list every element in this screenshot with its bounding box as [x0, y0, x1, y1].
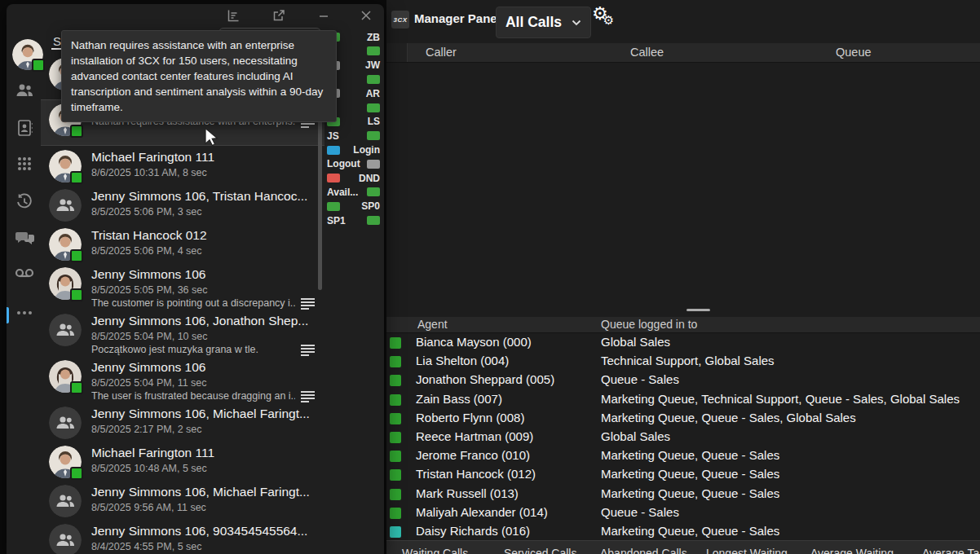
status-label: JS [327, 130, 339, 142]
call-avatar [49, 360, 82, 393]
call-datetime-duration: 8/5/2025 2:17 PM, 2 sec [91, 423, 324, 436]
call-list-item[interactable]: Michael Farington 1118/5/2025 10:48 AM, … [41, 442, 324, 481]
calls-header-stub [386, 43, 408, 62]
agent-row[interactable]: Bianca Mayson (000)Global Sales [386, 334, 980, 353]
agent-queues: Global Sales [601, 429, 670, 443]
agent-queues: Marketing Queue, Queue - Sales [601, 524, 779, 538]
status-square [367, 75, 380, 84]
status-label: DND [359, 173, 380, 184]
agent-queues: Marketing Queue, Technical Support, Queu… [601, 392, 960, 406]
agent-name: Jonathon Sheppard (005) [416, 372, 554, 386]
status-strip-row[interactable]: SP1 [323, 213, 384, 227]
status-strip-row[interactable]: Login [323, 143, 384, 156]
call-name: Michael Farington 111 [91, 444, 324, 462]
agent-row[interactable]: Lia Shelton (004)Technical Support, Glob… [386, 353, 980, 372]
sidebar-item-team[interactable] [7, 82, 42, 99]
agent-row[interactable]: Jerome Franco (010)Marketing Queue, Queu… [386, 447, 980, 466]
close-icon[interactable] [359, 8, 373, 23]
status-label: Avail... [327, 187, 358, 198]
status-square [367, 103, 380, 112]
call-datetime-duration: 8/5/2025 9:56 AM, 11 sec [91, 501, 324, 514]
call-list-item[interactable]: Jenny Simmons 106, Jonathon Shep...8/5/2… [41, 310, 324, 356]
call-name: Jenny Simmons 106 [91, 358, 324, 376]
sidebar-item-more[interactable] [7, 310, 42, 315]
agent-status-square [390, 432, 401, 443]
presence-indicator [70, 381, 83, 394]
agent-status-square [390, 508, 401, 519]
voicemail-icon [15, 267, 34, 279]
column-header[interactable]: Agent [417, 318, 448, 331]
presence-indicator [70, 171, 83, 184]
popout-icon[interactable] [271, 8, 286, 23]
agent-row[interactable]: Reece Hartman (009)Global Sales [386, 429, 980, 447]
sidebar-item-dialpad[interactable] [7, 156, 42, 172]
active-item-indicator [7, 307, 9, 323]
stats-icon[interactable] [226, 8, 241, 23]
call-list-item[interactable]: Jenny Simmons 106, 903454545564...8/4/20… [41, 520, 324, 554]
status-strip-row[interactable]: Logout [323, 157, 384, 171]
profile-avatar[interactable] [12, 39, 43, 70]
splitter-drag-handle[interactable] [686, 309, 710, 311]
agent-status-square [390, 375, 401, 386]
sidebar-item-voicemail[interactable] [7, 267, 42, 279]
call-name: Jenny Simmons 106, Jonathon Shep... [91, 312, 324, 330]
call-list-item[interactable]: Jenny Simmons 106, Tristan Hancoc...8/5/… [41, 185, 324, 224]
queue-stats-bar: Waiting CallsServiced CallsAbandoned Cal… [386, 540, 980, 554]
3cx-logo: 3CX [391, 11, 409, 29]
stats-column-header: Average Waiting [810, 547, 894, 554]
call-list-item[interactable]: Tristan Hancock 0128/5/2025 5:06 PM, 4 s… [41, 224, 324, 263]
summary-tooltip: Nathan requires assistance with an enter… [61, 30, 337, 122]
call-name: Jenny Simmons 106, Tristan Hancoc... [91, 187, 324, 205]
sidebar-item-contacts[interactable] [7, 119, 42, 137]
manager-panel-window: 3CX Manager Panel All Calls ⚙⚙ CallerCal… [386, 0, 980, 554]
sidebar-item-chat[interactable] [7, 230, 42, 246]
status-label: SP0 [361, 200, 380, 212]
agent-row[interactable]: Tristan Hancock (012)Marketing Queue, Qu… [386, 466, 980, 485]
agent-row[interactable]: Daisy Richards (016)Marketing Queue, Que… [386, 523, 980, 540]
call-list-item[interactable]: Jenny Simmons 1068/5/2025 5:05 PM, 36 se… [41, 263, 324, 310]
agent-row[interactable]: Zain Bass (007)Marketing Queue, Technica… [386, 391, 980, 410]
call-list-item[interactable]: Jenny Simmons 1068/5/2025 5:04 PM, 11 se… [41, 356, 324, 402]
group-avatar [49, 407, 82, 439]
agent-row[interactable]: Mark Russell (013)Marketing Queue, Queue… [386, 486, 980, 504]
list-scrollbar-thumb[interactable] [318, 103, 322, 290]
column-header-callee[interactable]: Callee [630, 46, 664, 59]
call-datetime-duration: 8/5/2025 5:04 PM, 10 sec [91, 330, 324, 343]
group-avatar [49, 524, 82, 554]
agent-row[interactable]: Maliyah Alexander (014)Queue - Sales [386, 504, 980, 523]
agent-status-square [390, 451, 401, 462]
call-list-item[interactable]: Jenny Simmons 106, Michael Faringt...8/5… [41, 481, 324, 520]
call-list-item[interactable]: Jenny Simmons 106, Michael Faringt...8/5… [41, 402, 324, 442]
status-square [367, 46, 380, 55]
calls-filter-dropdown[interactable]: All Calls [496, 7, 591, 38]
mouse-cursor [202, 127, 220, 150]
status-strip-row[interactable]: Avail... [323, 185, 384, 199]
sidebar-item-history[interactable] [7, 193, 42, 211]
chat-icon [15, 230, 34, 246]
call-list-item[interactable]: Michael Farington 1118/6/2025 10:31 AM, … [41, 146, 324, 185]
call-name: Jenny Simmons 106, Michael Faringt... [91, 483, 324, 501]
column-header-queue[interactable]: Queue [836, 46, 872, 59]
minimize-icon[interactable] [316, 8, 331, 23]
status-strip-row[interactable]: SP0 [323, 200, 384, 213]
dialpad-icon [16, 156, 33, 172]
call-datetime-duration: 8/5/2025 10:48 AM, 5 sec [91, 462, 324, 475]
agent-name: Zain Bass (007) [416, 392, 502, 406]
status-strip-row[interactable]: JS [323, 129, 384, 143]
agent-status-square [390, 526, 401, 538]
team-icon [15, 82, 34, 99]
column-header[interactable]: Queue logged in to [601, 318, 697, 331]
call-datetime-duration: 8/5/2025 5:06 PM, 4 sec [91, 244, 324, 257]
call-name: Jenny Simmons 106, 903454545564... [91, 522, 324, 540]
status-strip-row[interactable]: DND [323, 171, 384, 185]
calls-table-header: CallerCalleeQueue [386, 43, 980, 63]
agent-status-square [390, 394, 401, 406]
stats-column-header: Abandoned Calls [600, 547, 687, 554]
settings-gears-icon[interactable]: ⚙⚙ [592, 5, 619, 24]
agent-row[interactable]: Jonathon Sheppard (005)Queue - Sales [386, 372, 980, 390]
chevron-down-icon [572, 20, 581, 26]
call-name: Jenny Simmons 106, Michael Faringt... [91, 405, 324, 423]
agent-row[interactable]: Roberto Flynn (008)Marketing Queue, Queu… [386, 410, 980, 429]
column-header-caller[interactable]: Caller [426, 46, 457, 59]
stats-column-header: Longest Waiting [706, 547, 788, 554]
